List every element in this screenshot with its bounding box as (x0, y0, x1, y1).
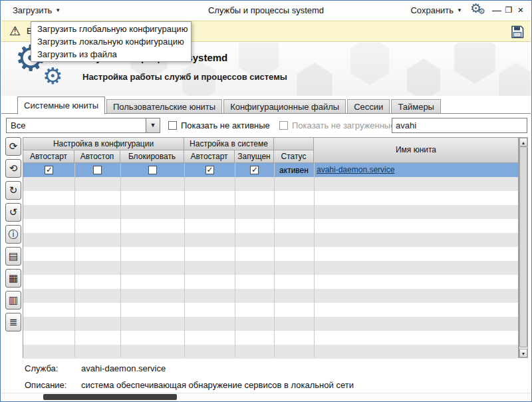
table-row-empty[interactable] (23, 331, 518, 345)
tab-config-files[interactable]: Конфигурационные файлы (223, 99, 346, 113)
column-header-autostop[interactable]: Автостоп (74, 150, 120, 163)
journal-icon: ▦ (9, 272, 18, 284)
log-button[interactable]: ▥ (5, 291, 21, 309)
log-icon: ▥ (9, 294, 18, 306)
horizontal-scrollbar[interactable] (1, 393, 531, 401)
show-inactive-checkbox[interactable] (168, 121, 177, 130)
unit-info-button[interactable]: ⓘ (5, 225, 21, 244)
unit-list-button[interactable]: ≣ (5, 313, 21, 331)
hexagon-decoration (404, 59, 443, 96)
arrow-down-icon: ▼ (521, 351, 526, 356)
column-header-autostart-system[interactable]: Автостарт (184, 150, 235, 163)
vertical-scrollbar-thumb[interactable] (519, 146, 527, 347)
table-row-empty[interactable] (23, 205, 518, 219)
document-icon: ▤ (9, 250, 18, 262)
running-checkbox[interactable] (250, 166, 259, 174)
title-bar: Загрузить▼ Службы и процессы systemd Сох… (1, 1, 531, 21)
undo-icon: ↺ (9, 206, 18, 218)
table-row-empty[interactable] (23, 177, 518, 191)
floppy-disk-icon (509, 24, 525, 40)
autostart-config-checkbox[interactable] (45, 166, 53, 174)
table-body: активен avahi-daemon.service (23, 163, 518, 357)
load-dropdown-menu: Загрузить глобальную конфигурацию Загруз… (31, 21, 192, 62)
hexagon-decoration (294, 63, 335, 96)
block-checkbox[interactable] (148, 166, 157, 174)
chevron-down-icon: ▼ (457, 7, 462, 13)
autostop-checkbox[interactable] (93, 166, 102, 174)
refresh-button[interactable]: ⟳ (5, 137, 21, 156)
hexagon-decoration (347, 43, 392, 85)
table-row-empty[interactable] (23, 345, 518, 359)
scroll-up-button[interactable]: ▲ (519, 138, 527, 146)
autostart-system-checkbox[interactable] (205, 166, 214, 174)
tab-sessions[interactable]: Сессии (347, 99, 390, 113)
show-inactive-label[interactable]: Показать не активные (181, 118, 270, 133)
units-table: Настройка в конфигурации Настройка в сис… (23, 137, 519, 358)
chevron-down-icon: ▼ (150, 122, 156, 128)
left-toolbar: ⟳ ⟲ ↻ ↺ ⓘ ▤ ▦ ▥ ≣ (5, 137, 23, 335)
description-value: система обеспечивающая обнаружение серви… (81, 380, 354, 390)
reread-config-icon: ⟲ (9, 162, 18, 174)
column-header-status[interactable]: Статус (274, 150, 314, 163)
show-unloaded-checkbox[interactable] (279, 121, 288, 130)
table-row-empty[interactable] (23, 303, 518, 317)
save-menu-button[interactable]: Сохранить▼ (410, 1, 462, 21)
scroll-down-button[interactable]: ▼ (519, 349, 527, 357)
window-title: Службы и процессы systemd (134, 1, 398, 21)
column-group-empty (274, 138, 314, 150)
settings-button[interactable]: ⚙ ⚙ (470, 3, 487, 19)
redo-icon: ↻ (9, 184, 18, 196)
column-group-system: Настройка в системе (184, 138, 274, 150)
combobox-arrow-button[interactable]: ▼ (146, 118, 160, 132)
undo-button[interactable]: ↺ (5, 203, 21, 222)
column-header-block[interactable]: Блокировать (120, 150, 184, 163)
table-row-empty[interactable] (23, 191, 518, 205)
column-header-unit-name[interactable]: Имя юнита (314, 138, 518, 163)
reread-config-button[interactable]: ⟲ (5, 159, 21, 178)
config-file-button[interactable]: ▤ (5, 247, 21, 266)
tab-timers[interactable]: Таймеры (391, 99, 441, 113)
vertical-scrollbar[interactable]: ▲ ▼ (519, 137, 528, 358)
app-window: Загрузить▼ Службы и процессы systemd Сох… (0, 0, 532, 402)
load-menu-button[interactable]: Загрузить▼ (13, 1, 61, 21)
table-row-empty[interactable] (23, 247, 518, 261)
table-row-empty[interactable] (23, 289, 518, 303)
horizontal-scrollbar-thumb[interactable] (43, 394, 177, 400)
column-divider (235, 163, 235, 357)
table-row-selected[interactable]: активен avahi-daemon.service (23, 163, 518, 177)
load-menu-button-label: Загрузить (13, 5, 52, 15)
column-divider (120, 163, 121, 357)
journal-button[interactable]: ▦ (5, 269, 21, 288)
minimize-button[interactable]: — (490, 1, 503, 21)
hexagon-decoration (496, 63, 531, 96)
table-row-empty[interactable] (23, 317, 518, 331)
gear-small-icon: ⚙ (43, 63, 63, 89)
tab-user-units[interactable]: Пользовательские юниты (106, 99, 222, 113)
unit-name-link[interactable]: avahi-daemon.service (317, 163, 394, 177)
maximize-icon: ❐ (505, 5, 513, 15)
redo-button[interactable]: ↻ (5, 181, 21, 200)
arrow-up-icon: ▲ (521, 140, 526, 145)
unit-type-filter-combobox[interactable]: Все ▼ (6, 118, 160, 133)
maximize-button[interactable]: ❐ (502, 1, 515, 21)
column-header-running[interactable]: Запущен (235, 150, 274, 163)
menu-item-load-from-file[interactable]: Загрузить из файла (31, 48, 191, 61)
table-row-empty[interactable] (23, 275, 518, 289)
table-row-empty[interactable] (23, 233, 518, 247)
column-header-autostart-config[interactable]: Автостарт (23, 150, 74, 163)
column-divider (274, 163, 275, 357)
tab-system-units[interactable]: Системные юниты (17, 97, 105, 114)
close-icon: × (518, 4, 524, 15)
menu-item-load-local-config[interactable]: Загрузить локальную конфигурацию (31, 35, 191, 48)
save-config-button[interactable] (509, 24, 525, 40)
table-row-empty[interactable] (23, 261, 518, 275)
menu-item-load-global-config[interactable]: Загрузить глобальную конфигурацию (31, 23, 191, 35)
table-row-empty[interactable] (23, 219, 518, 233)
unit-type-filter-value: Все (11, 118, 25, 132)
hexagon-decoration (451, 43, 499, 84)
gear-small-icon: ⚙ (478, 7, 485, 16)
close-button[interactable]: × (514, 1, 527, 21)
tab-bar: Системные юниты Пользовательские юниты К… (1, 97, 531, 114)
description-label: Описание: (25, 380, 66, 390)
unit-search-input[interactable] (392, 118, 527, 133)
